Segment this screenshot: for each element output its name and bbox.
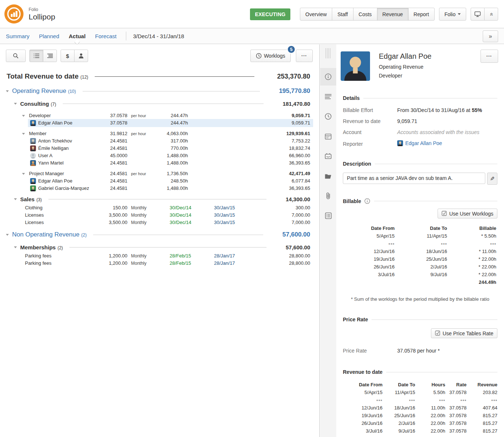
chevron-down-icon [458,13,461,15]
revenue-row[interactable]: Sales(3)14,300.00 [0,194,320,204]
edit-description-button[interactable]: ✎ [487,173,497,185]
revenue-row[interactable]: Parking fees1,200.00Monthly28/Feb/1528/J… [0,260,320,267]
collapse-caret-icon[interactable] [22,173,25,175]
subtab-summary[interactable]: Summary [6,33,29,39]
subtab-planned[interactable]: Planned [39,33,59,39]
revenue-cell: 22.00h [415,419,445,427]
collapse-caret-icon[interactable] [14,103,17,105]
details-heading: Details [343,95,497,101]
collapse-caret-icon[interactable] [6,234,9,236]
brand: Folio Lollipop [4,4,55,24]
profile-more-button[interactable]: ••• [481,50,498,63]
people-view-button[interactable] [74,50,88,62]
collapse-caret-icon[interactable] [22,133,25,135]
revenue-row[interactable]: Memberships(2)57,600.00 [0,242,320,252]
strip-calendar-icon[interactable] [320,127,336,145]
revenue-row[interactable]: Licenses3,500.00Monthly30/Dec/1430/Jan/1… [0,212,320,219]
expand-rows-button[interactable]: ••• [382,396,415,404]
revenue-to-date-heading: Revenue to date [343,369,497,375]
search-button[interactable] [6,50,26,62]
flat-list-view-button[interactable] [29,50,43,62]
revenue-row[interactable]: Non Operating Revenue(2)57,600.00 [0,229,320,240]
pencil-icon: ✎ [490,176,495,182]
hours-value: 244.47h [151,112,188,119]
revenue-row[interactable]: Yann Martel24.45811,488.00h36,393.65 [0,159,320,167]
expand-rows-button[interactable]: ••• [467,396,497,404]
revenue-row[interactable]: Consulting(7)181,470.80 [0,99,320,109]
worklogs-button[interactable]: Worklogs [250,50,291,62]
tab-revenue[interactable]: Revenue [377,8,409,21]
folio-menu-button[interactable]: Folio [439,8,466,21]
collapse-caret-icon[interactable] [6,90,9,92]
strip-paperclip-icon[interactable] [320,187,336,205]
expand-panel-button[interactable]: » [483,30,498,42]
revenue-row[interactable]: User A45.00001,488.00h66,960.00 [0,152,320,159]
expand-rows-button[interactable]: ••• [415,396,445,404]
strip-clock-icon[interactable] [320,108,336,125]
strip-description-icon[interactable] [320,88,336,105]
revenue-row[interactable]: Operating Revenue(10)195,770.80 [0,86,320,97]
expand-rows-button[interactable]: ••• [347,240,395,248]
detail-value: From 30/Dec/14 to 31/Aug/16 at 55% [397,107,497,113]
date-from: 28/Feb/15 [170,260,191,267]
use-user-worklogs-button[interactable]: Use User Worklogs [438,209,497,219]
more-options-button[interactable]: ••• [296,50,313,62]
revenue-row[interactable]: Parking fees1,200.00Monthly28/Feb/1528/J… [0,252,320,260]
tab-report[interactable]: Report [408,8,435,21]
presentation-mode-button[interactable] [471,8,485,21]
collapse-caret-icon[interactable] [14,246,17,248]
row-amount: 181,470.80 [283,101,310,107]
revenue-row[interactable]: Clothing150.00Monthly30/Dec/1430/Jan/153… [0,204,320,212]
revenue-row[interactable]: Project Manager24.4581per hour1,736.50h4… [0,170,320,177]
billable-cell: 11/Apr/15 [395,232,447,240]
collapse-caret-icon[interactable] [22,115,25,117]
revenue-row[interactable]: Total Revenue to date(12)253,370.80 [0,70,320,83]
subtab-forecast[interactable]: Forecast [95,33,116,39]
collapse-header-button[interactable]: » [484,8,498,21]
collapse-caret-icon[interactable] [14,198,17,200]
tab-overview[interactable]: Overview [300,8,332,21]
rate-unit: Monthly [131,252,146,260]
strip-folder-icon[interactable] [320,167,336,185]
reporter-link[interactable]: Edgar Allan Poe [397,140,442,146]
revenue-row[interactable]: Developer37.0578per hour244.47h9,059.71 [0,112,320,119]
row-amount: 36,393.65 [289,159,310,167]
drag-handle[interactable] [326,48,331,58]
description-field[interactable]: Part time as a senior JAVA dev on sub te… [343,173,485,184]
revenue-row[interactable]: Émile Nelligan24.4581770.00h18,832.74 [0,145,320,152]
expand-rows-button[interactable]: ••• [445,396,467,404]
date-range[interactable]: 3/Dec/14 - 31/Jan/18 [133,33,184,39]
strip-tray-icon[interactable] [320,147,336,165]
strip-list-icon[interactable] [320,207,336,224]
strip-info-icon[interactable] [320,68,336,86]
tab-staff[interactable]: Staff [332,8,353,21]
revenue-cell: 37.0578 [445,412,467,419]
revenue-row[interactable]: Edgar Allan Poe37.0578244.47h9,059.71 [0,119,320,127]
expand-rows-button[interactable]: ••• [395,240,447,248]
row-label: Edgar Allan Poe [38,177,72,185]
revenue-row[interactable]: Edgar Allan Poe24.4581248.50h6,077.84 [0,177,320,185]
billable-cell: 2/Jul/16 [395,263,447,271]
billable-cell: 26/Jun/16 [347,263,395,271]
rate-value: 24.4581 [72,185,127,192]
revenue-row[interactable]: Anton Tchekhov24.4581317.00h7,753.22 [0,137,320,145]
expand-rows-button[interactable]: ••• [346,396,382,404]
revenue-row[interactable]: Licenses3,500.00Monthly30/Dec/1430/Jan/1… [0,219,320,226]
tab-costs[interactable]: Costs [353,8,377,21]
row-amount: 7,000.00 [291,212,310,219]
billable-cell: 19/Jun/16 [347,255,395,263]
revenue-row[interactable]: Gabriel Garcia-Marquez24.45811,488.00h36… [0,185,320,192]
detail-label: Revenue to date [343,118,397,124]
use-price-tables-rate-button[interactable]: Use Price Tables Rate [431,328,497,338]
rate-unit: Monthly [131,219,146,226]
info-icon[interactable] [364,198,370,204]
revenue-row[interactable]: Member31.9812per hour4,063.00h129,939.61 [0,130,320,137]
subtab-actual[interactable]: Actual [69,33,86,39]
revenue-cell: 22.00h [415,412,445,419]
currency-view-button[interactable]: $ [61,50,75,62]
expand-rows-button[interactable]: ••• [447,240,496,248]
hours-value: 4,063.00h [151,130,188,137]
billable-note: * Sum of the worklogs for the period mul… [343,296,497,302]
tree-view-button[interactable] [43,50,57,62]
clock-icon [256,53,262,59]
